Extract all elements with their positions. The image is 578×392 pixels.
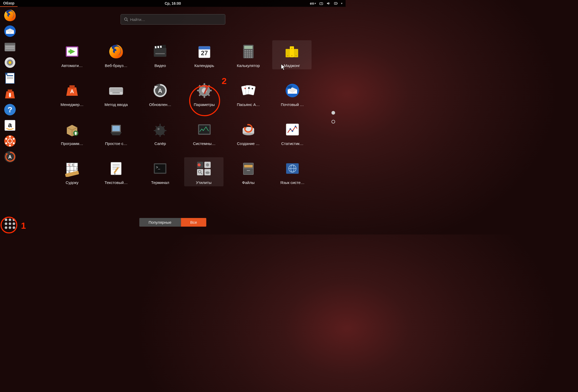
app-label: Обновлен… — [149, 102, 171, 107]
svg-rect-76 — [110, 88, 111, 90]
app-stats[interactable]: Статистик… — [273, 120, 312, 146]
app-label: Почтовый … — [281, 102, 304, 107]
app-firefox[interactable]: Веб-брауз… — [96, 42, 136, 68]
tab-frequent[interactable]: Популярные — [139, 218, 181, 227]
app-mahjong[interactable]: Маджонг — [272, 40, 312, 69]
app-settings[interactable]: Параметры — [185, 81, 224, 107]
app-label: Язык систе… — [280, 180, 305, 185]
svg-point-30 — [5, 138, 7, 140]
app-thunderbird[interactable]: Почтовый … — [273, 81, 312, 107]
svg-text:5: 5 — [68, 163, 70, 166]
svg-rect-49 — [244, 46, 253, 49]
mines-icon — [150, 120, 170, 139]
svg-rect-88 — [113, 90, 114, 92]
app-label: Калькулятор — [237, 63, 260, 68]
tab-all[interactable]: Все — [181, 218, 206, 227]
dock-amazon[interactable]: a — [3, 118, 17, 132]
dock-firefox[interactable] — [3, 8, 17, 23]
search-box[interactable] — [121, 14, 225, 25]
svg-rect-15 — [7, 77, 13, 78]
text-icon — [106, 159, 126, 178]
dock-rhythmbox[interactable] — [3, 55, 17, 70]
input-language-indicator[interactable]: en ▾ — [310, 1, 316, 5]
svg-rect-94 — [121, 90, 122, 92]
volume-icon[interactable] — [326, 1, 331, 5]
page-dot-2[interactable] — [331, 120, 335, 124]
svg-rect-56 — [249, 52, 250, 54]
language-icon — [283, 159, 302, 178]
svg-text:A: A — [8, 154, 12, 160]
svg-rect-84 — [121, 88, 122, 90]
app-updater[interactable]: AОбновлен… — [140, 81, 180, 107]
accessibility-icon[interactable]: ? — [319, 1, 323, 5]
app-package[interactable]: Программ… — [52, 120, 92, 146]
dock-thunderbird[interactable] — [3, 24, 17, 38]
svg-text:a: a — [8, 121, 12, 128]
app-text[interactable]: Текстовый… — [96, 159, 136, 185]
svg-point-135 — [292, 130, 293, 132]
dock-help[interactable]: ? — [3, 103, 17, 117]
app-terminal[interactable]: >_Терминал — [140, 159, 180, 185]
svg-point-69 — [287, 55, 288, 56]
svg-rect-58 — [244, 54, 246, 56]
search-input[interactable] — [130, 17, 222, 22]
app-label: Метод ввода — [105, 102, 128, 107]
clock[interactable]: Ср, 16:00 — [165, 1, 181, 5]
app-calendar[interactable]: 27Календарь — [185, 42, 224, 68]
page-dot-1[interactable] — [331, 111, 335, 115]
show-applications-button[interactable] — [3, 217, 17, 231]
app-label: Автомати… — [61, 63, 83, 68]
svg-rect-41 — [155, 46, 157, 48]
app-solitaire[interactable]: ♥♣♠Пасьянс А… — [229, 81, 268, 107]
view-tabs: Популярные Все — [139, 218, 206, 227]
svg-point-12 — [9, 61, 11, 64]
app-scanner[interactable]: Простое с… — [96, 120, 136, 146]
dock-files[interactable] — [3, 40, 17, 54]
svg-rect-81 — [117, 88, 118, 90]
app-monitor[interactable]: Системны… — [185, 120, 224, 146]
svg-rect-104 — [204, 95, 205, 98]
app-sudoku[interactable]: 5839Судоку — [52, 159, 92, 185]
dock-writer[interactable] — [3, 71, 17, 85]
page-indicator[interactable] — [331, 111, 335, 124]
svg-rect-37 — [68, 51, 71, 53]
svg-point-157 — [198, 163, 201, 166]
app-label: Терминал — [151, 180, 169, 185]
app-utilities[interactable]: Утилиты — [184, 157, 223, 186]
svg-rect-50 — [244, 50, 246, 52]
sudoku-icon: 5839 — [62, 159, 82, 178]
svg-rect-59 — [247, 54, 248, 56]
terminal-icon: >_ — [150, 159, 170, 178]
app-backup[interactable]: Создание … — [229, 120, 268, 146]
dock-settings[interactable] — [3, 134, 17, 148]
app-mines[interactable]: Сапёр — [140, 120, 180, 146]
app-calculator[interactable]: Калькулятор — [229, 42, 268, 68]
svg-rect-120 — [112, 126, 120, 131]
svg-rect-87 — [112, 90, 113, 92]
system-menu-arrow[interactable]: ▾ — [341, 2, 342, 5]
svg-point-27 — [13, 142, 15, 144]
thunderbird-icon — [283, 81, 302, 100]
svg-line-34 — [127, 20, 128, 21]
svg-rect-46 — [199, 46, 210, 49]
battery-icon[interactable] — [334, 1, 338, 5]
dock-updater[interactable]: A — [3, 150, 17, 164]
app-language[interactable]: Язык систе… — [273, 159, 312, 185]
svg-rect-42 — [157, 46, 159, 48]
app-automation[interactable]: Автомати… — [52, 42, 92, 68]
svg-point-134 — [290, 128, 291, 130]
app-label: Создание … — [237, 141, 260, 146]
svg-rect-61 — [251, 54, 252, 56]
svg-rect-3 — [337, 3, 337, 4]
app-keyboard[interactable]: Метод ввода — [96, 81, 136, 107]
svg-rect-73 — [69, 85, 75, 88]
svg-text:8: 8 — [72, 163, 73, 166]
svg-rect-85 — [122, 88, 123, 90]
app-software[interactable]: AМенеджер… — [52, 81, 92, 107]
app-video[interactable]: Видео — [140, 42, 180, 68]
dock-software[interactable] — [3, 87, 17, 101]
svg-point-71 — [296, 55, 297, 56]
activities-button[interactable]: Обзор — [0, 0, 18, 7]
app-label: Утилиты — [196, 180, 212, 185]
app-files-cabinet[interactable]: Файлы — [229, 159, 268, 185]
